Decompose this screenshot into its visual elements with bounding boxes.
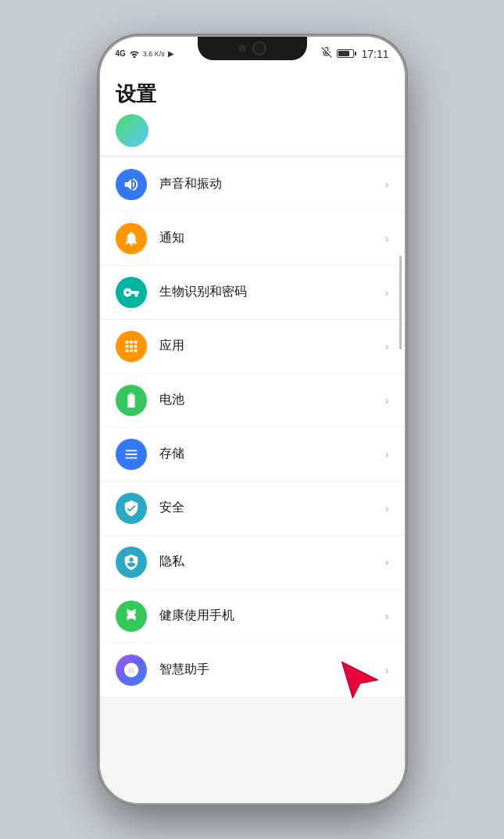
time-display: 17:11	[361, 48, 388, 60]
sound-chevron: ›	[385, 178, 389, 191]
storage-label: 存储	[159, 446, 385, 462]
mute-icon	[321, 47, 332, 60]
key-icon	[116, 277, 147, 308]
sound-icon	[116, 169, 147, 200]
biometric-label: 生物识别和密码	[159, 284, 385, 300]
status-right: 17:11	[321, 47, 388, 60]
notifications-label: 通知	[159, 230, 385, 246]
battery-chevron: ›	[385, 394, 389, 407]
shield-icon	[116, 493, 147, 524]
settings-item-sound[interactable]: 声音和振动 ›	[100, 158, 405, 212]
grid-icon	[116, 331, 147, 362]
phone-frame: 4G 3.6 K/s ▶	[100, 37, 405, 803]
biometric-chevron: ›	[385, 286, 389, 299]
security-chevron: ›	[385, 502, 389, 515]
security-label: 安全	[159, 500, 385, 516]
assistant-icon	[116, 654, 147, 686]
video-icon: ▶	[168, 49, 174, 58]
settings-item-security[interactable]: 安全 ›	[100, 482, 405, 536]
notifications-chevron: ›	[385, 232, 389, 245]
page-title-area: 设置	[100, 71, 405, 155]
battery-settings-icon	[116, 385, 147, 416]
health-chevron: ›	[385, 610, 389, 622]
settings-item-biometric[interactable]: 生物识别和密码 ›	[100, 266, 405, 320]
page-title: 设置	[116, 81, 389, 108]
scroll-thumb[interactable]	[399, 256, 402, 350]
profile-avatar[interactable]	[116, 114, 148, 147]
status-bar: 4G 3.6 K/s ▶	[100, 37, 405, 71]
settings-list: 声音和振动 › 通知 ›	[100, 158, 405, 697]
sound-label: 声音和振动	[159, 176, 385, 192]
battery-label: 电池	[159, 392, 385, 408]
apps-label: 应用	[159, 338, 385, 354]
svg-marker-2	[341, 662, 377, 697]
phone-screen: 4G 3.6 K/s ▶	[100, 37, 405, 803]
status-left: 4G 3.6 K/s ▶	[116, 49, 174, 58]
speed-text: 3.6 K/s	[143, 50, 165, 58]
storage-icon	[116, 439, 147, 470]
apps-chevron: ›	[385, 340, 389, 353]
settings-item-storage[interactable]: 存储 ›	[100, 428, 405, 482]
health-label: 健康使用手机	[159, 608, 385, 624]
settings-item-notifications[interactable]: 通知 ›	[100, 212, 405, 266]
signal-icon: 4G	[116, 49, 126, 58]
settings-item-battery[interactable]: 电池 ›	[100, 374, 405, 428]
bell-icon	[116, 223, 147, 254]
notch	[198, 37, 307, 60]
privacy-chevron: ›	[385, 556, 389, 568]
settings-item-health[interactable]: 健康使用手机 ›	[100, 590, 405, 644]
health-icon	[116, 601, 147, 632]
wifi-icon	[129, 49, 140, 58]
battery-icon	[337, 49, 356, 58]
settings-item-privacy[interactable]: 隐私 ›	[100, 536, 405, 590]
privacy-icon	[116, 547, 147, 578]
assistant-chevron: ›	[385, 664, 389, 676]
storage-chevron: ›	[385, 448, 389, 461]
settings-item-apps[interactable]: 应用 ›	[100, 320, 405, 374]
camera-dot	[238, 45, 246, 52]
privacy-label: 隐私	[159, 554, 385, 570]
camera-lens	[252, 41, 266, 56]
